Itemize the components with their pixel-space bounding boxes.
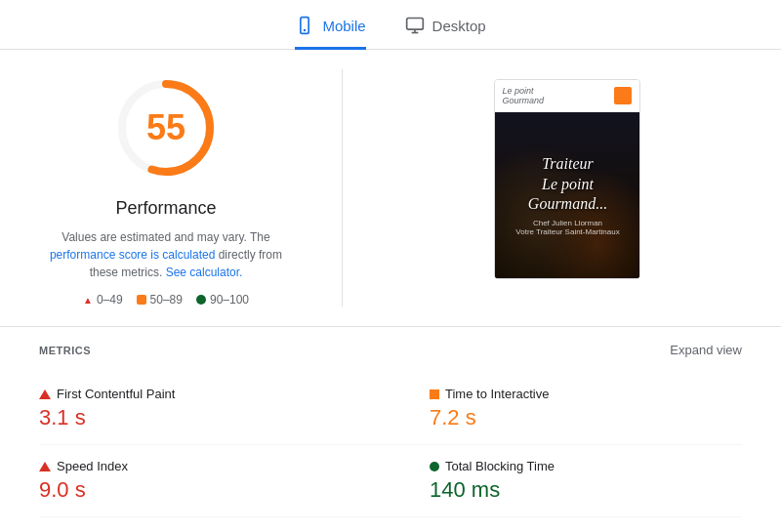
score-section: 55 Performance Values are estimated and … — [39, 69, 293, 307]
screenshot-subtitle: Chef Julien LlormanVotre Traiteur Saint-… — [515, 219, 619, 236]
legend-red: ▲ 0–49 — [83, 293, 123, 307]
tbt-status-icon — [430, 462, 439, 471]
main-content: 55 Performance Values are estimated and … — [0, 50, 781, 327]
perf-score-link[interactable]: performance score is calculated — [50, 248, 215, 262]
metrics-grid: First Contentful Paint 3.1 s Time to Int… — [39, 373, 742, 532]
metrics-title: METRICS — [39, 345, 91, 356]
metric-tbt: Total Blocking Time 140 ms — [390, 445, 742, 517]
legend-red-label: 0–49 — [97, 293, 123, 307]
expand-view-button[interactable]: Expand view — [670, 343, 742, 357]
screenshot-section: Le pointGourmand TraiteurLe pointGourman… — [391, 69, 742, 307]
metric-fcp: First Contentful Paint 3.1 s — [39, 373, 390, 445]
tab-mobile-label: Mobile — [322, 18, 365, 34]
si-label: Speed Index — [57, 459, 128, 473]
metrics-section: METRICS Expand view First Contentful Pai… — [0, 327, 781, 532]
metric-cls: Cumulative Layout Shift 0 — [390, 517, 742, 532]
legend-red-icon: ▲ — [83, 295, 93, 306]
si-value: 9.0 s — [39, 477, 351, 503]
screenshot-header: Le pointGourmand — [495, 80, 639, 112]
tti-label: Time to Interactive — [445, 387, 549, 401]
desktop-icon — [405, 16, 425, 35]
tti-value: 7.2 s — [430, 405, 742, 430]
fcp-status-icon — [39, 389, 51, 399]
screenshot-frame: Le pointGourmand TraiteurLe pointGourman… — [494, 79, 640, 279]
legend-orange-icon — [137, 295, 146, 305]
screenshot-title: TraiteurLe pointGourmand... — [515, 154, 619, 215]
gauge-score: 55 — [146, 107, 185, 148]
legend-green: 90–100 — [196, 293, 249, 307]
screenshot-logo: Le pointGourmand — [503, 86, 545, 105]
legend: ▲ 0–49 50–89 90–100 — [83, 293, 249, 307]
performance-note: Values are estimated and may vary. The p… — [39, 228, 293, 281]
screenshot-text: TraiteurLe pointGourmand... Chef Julien … — [515, 154, 619, 236]
fcp-value: 3.1 s — [39, 405, 351, 430]
tab-desktop[interactable]: Desktop — [405, 16, 486, 50]
legend-green-label: 90–100 — [210, 293, 249, 307]
tbt-label: Total Blocking Time — [445, 459, 555, 473]
si-status-icon — [39, 462, 51, 471]
screenshot-image: TraiteurLe pointGourmand... Chef Julien … — [495, 112, 640, 278]
mobile-icon — [295, 16, 314, 35]
metrics-header: METRICS Expand view — [39, 343, 742, 357]
fcp-label: First Contentful Paint — [57, 387, 175, 401]
svg-rect-2 — [406, 19, 423, 30]
performance-gauge: 55 — [107, 69, 225, 186]
tbt-value: 140 ms — [430, 477, 742, 503]
screenshot-orange-badge — [614, 87, 632, 104]
section-divider — [342, 69, 343, 307]
performance-label: Performance — [115, 198, 216, 219]
note-prefix: Values are estimated and may vary. The — [62, 230, 269, 244]
legend-orange: 50–89 — [137, 293, 183, 307]
metric-si: Speed Index 9.0 s — [39, 445, 390, 517]
tab-mobile[interactable]: Mobile — [295, 16, 365, 50]
legend-orange-label: 50–89 — [150, 293, 183, 307]
legend-green-icon — [196, 295, 206, 305]
metric-lcp: Largest Contentful Paint 8.8 s — [39, 517, 390, 532]
tti-status-icon — [430, 389, 439, 399]
tab-bar: Mobile Desktop — [0, 0, 781, 50]
metric-tti: Time to Interactive 7.2 s — [390, 373, 742, 445]
calculator-link[interactable]: See calculator. — [166, 266, 243, 279]
tab-desktop-label: Desktop — [432, 18, 486, 34]
